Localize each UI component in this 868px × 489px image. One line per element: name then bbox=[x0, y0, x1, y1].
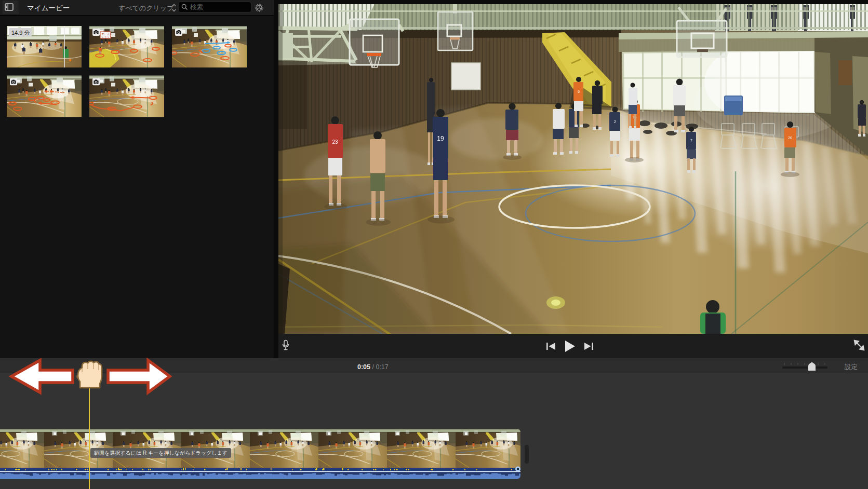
svg-text:14.9 分: 14.9 分 bbox=[11, 30, 30, 36]
svg-text:ショット: ショット bbox=[101, 35, 112, 38]
